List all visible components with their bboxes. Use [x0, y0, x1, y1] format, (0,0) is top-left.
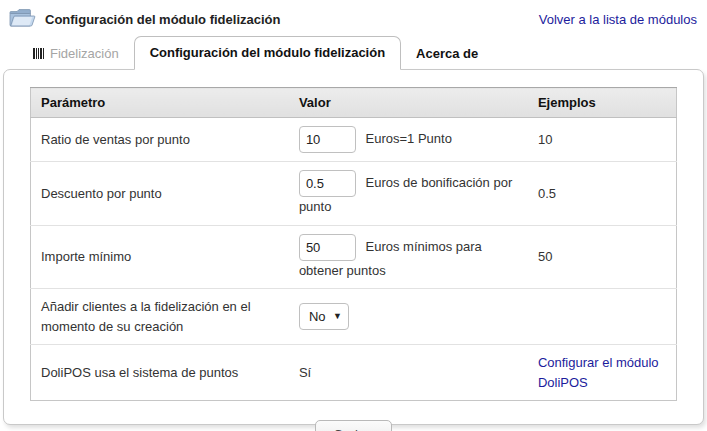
- column-header-ejemplos: Ejemplos: [528, 88, 677, 118]
- tab-label: Acerca de: [416, 46, 478, 61]
- descuento-punto-input[interactable]: [299, 170, 356, 197]
- anadir-clientes-select[interactable]: No: [299, 303, 349, 330]
- param-label: Descuento por punto: [31, 162, 289, 226]
- tab-fidelizacion[interactable]: Fidelización: [18, 38, 134, 70]
- folder-icon: [8, 7, 36, 32]
- param-label: Añadir clientes a la fidelización en el …: [31, 289, 289, 345]
- example-value: 50: [528, 225, 677, 289]
- table-row: Descuento por punto Euros de bonificació…: [31, 162, 677, 226]
- tab-configuracion[interactable]: Configuración del módulo fidelización: [134, 36, 401, 70]
- tab-acerca-de[interactable]: Acerca de: [401, 38, 493, 70]
- column-header-parametro: Parámetro: [31, 88, 289, 118]
- example-value: 0.5: [528, 162, 677, 226]
- importe-minimo-input[interactable]: [299, 234, 356, 261]
- table-row: DoliPOS usa el sistema de puntos Sí Conf…: [31, 345, 677, 401]
- table-row: Importe mínimo Euros mínimos para obtene…: [31, 225, 677, 289]
- back-to-modules-link[interactable]: Volver a la lista de módulos: [539, 12, 697, 27]
- param-label: DoliPOS usa el sistema de puntos: [31, 345, 289, 401]
- page-header: Configuración del módulo fidelización Vo…: [0, 0, 707, 36]
- tab-content-panel: Parámetro Valor Ejemplos Ratio de ventas…: [3, 69, 704, 425]
- barcode-icon: [33, 48, 44, 59]
- tab-label: Fidelización: [50, 46, 119, 61]
- config-table: Parámetro Valor Ejemplos Ratio de ventas…: [30, 87, 677, 401]
- param-label: Importe mínimo: [31, 225, 289, 289]
- example-value: 10: [528, 118, 677, 162]
- table-header-row: Parámetro Valor Ejemplos: [31, 88, 677, 118]
- configure-dolipos-link[interactable]: Configurar el módulo DoliPOS: [538, 355, 659, 390]
- table-row: Añadir clientes a la fidelización en el …: [31, 289, 677, 345]
- tab-bar: Fidelización Configuración del módulo fi…: [0, 36, 707, 69]
- table-row: Ratio de ventas por punto Euros=1 Punto …: [31, 118, 677, 162]
- page-title: Configuración del módulo fidelización: [45, 12, 280, 27]
- column-header-valor: Valor: [289, 88, 528, 118]
- ratio-ventas-input[interactable]: [299, 126, 356, 153]
- tab-label: Configuración del módulo fidelización: [150, 45, 385, 60]
- example-value: [528, 289, 677, 345]
- unit-label: Euros=1 Punto: [366, 131, 452, 146]
- dolipos-status-value: Sí: [289, 345, 528, 401]
- save-button[interactable]: Grabar: [315, 420, 391, 431]
- param-label: Ratio de ventas por punto: [31, 118, 289, 162]
